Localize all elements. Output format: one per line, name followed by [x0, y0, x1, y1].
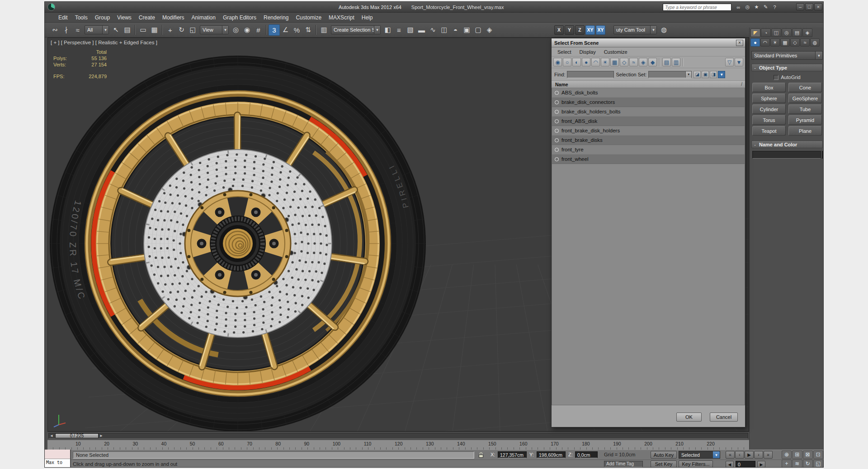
- select-by-name-icon[interactable]: ▤: [122, 24, 133, 36]
- menu-edit[interactable]: Edit: [55, 14, 71, 22]
- menu-customize[interactable]: Customize: [292, 14, 325, 22]
- dialog-close-button[interactable]: ×: [736, 40, 743, 46]
- add-time-tag-field[interactable]: Add Time Tag: [604, 461, 643, 467]
- menu-maxscript[interactable]: MAXScript: [325, 14, 358, 22]
- maximize-button[interactable]: □: [805, 3, 813, 10]
- spinner-snap-icon[interactable]: ⇅: [302, 24, 314, 36]
- display-tab[interactable]: ▤: [792, 28, 802, 37]
- title-bar[interactable]: Autodesk 3ds Max 2012 x64 Sport_Motorcyc…: [45, 2, 824, 13]
- menu-animation[interactable]: Animation: [188, 14, 219, 22]
- motion-tab[interactable]: ◎: [782, 28, 792, 37]
- render-production-icon[interactable]: ◈: [484, 24, 495, 36]
- display-shapes-icon[interactable]: ◠: [591, 58, 600, 66]
- object-type-tube-button[interactable]: Tube: [788, 104, 822, 114]
- maximize-viewport-icon[interactable]: ◱: [813, 460, 823, 468]
- scene-row[interactable]: brake_disk_holders_bolts: [552, 107, 745, 117]
- zoom-extents-icon[interactable]: ⊠: [803, 450, 813, 459]
- object-type-cylinder-button[interactable]: Cylinder: [752, 104, 786, 114]
- cam-globe-icon[interactable]: ◍: [658, 24, 670, 36]
- display-space-warps-icon[interactable]: ≈: [629, 58, 638, 66]
- selection-set-input[interactable]: [649, 71, 685, 78]
- restrict-x-button[interactable]: X: [554, 25, 564, 35]
- communication-center-icon[interactable]: ◎: [744, 3, 751, 11]
- cameras-subtab[interactable]: ▦: [780, 38, 790, 47]
- menu-tools[interactable]: Tools: [71, 14, 91, 22]
- scene-list[interactable]: ABS_disk_boltsbrake_disk_connectorsbrake…: [552, 88, 745, 405]
- helpers-subtab[interactable]: ◇: [790, 38, 800, 47]
- selection-set-save-icon[interactable]: ◪: [693, 71, 701, 78]
- selection-filter-dropdown-arrow-icon[interactable]: ▾: [102, 26, 108, 34]
- graphite-ribbon-icon[interactable]: ▬: [416, 24, 427, 36]
- time-slider-track[interactable]: ◄ 0 / 225 ►: [48, 433, 748, 439]
- pan-icon[interactable]: +: [782, 460, 792, 468]
- coord-z-field[interactable]: 0,0cm: [575, 451, 598, 458]
- auto-key-button[interactable]: Auto Key: [651, 451, 677, 459]
- object-type-cone-button[interactable]: Cone: [788, 83, 822, 92]
- lights-subtab[interactable]: ☀: [770, 38, 780, 47]
- rollout-collapse-icon[interactable]: -: [752, 142, 758, 147]
- selection-lock-toggle[interactable]: [478, 452, 484, 458]
- sort-filter-icon[interactable]: ▽: [725, 58, 734, 66]
- select-and-rotate-icon[interactable]: ↻: [176, 24, 187, 36]
- edit-favorites-icon[interactable]: ✎: [762, 3, 769, 11]
- beauty-cam-tool-dropdown-arrow-icon[interactable]: ▾: [650, 26, 656, 34]
- menu-create[interactable]: Create: [135, 14, 159, 22]
- hierarchy-tab[interactable]: ◫: [771, 28, 781, 37]
- menu-views[interactable]: Views: [113, 14, 135, 22]
- maxscript-mini-listener[interactable]: Max to: [45, 450, 71, 468]
- detail-view-icon[interactable]: ▥: [672, 58, 680, 66]
- primitive-category-arrow-icon[interactable]: ▾: [815, 52, 822, 59]
- scene-row[interactable]: front_wheel: [552, 155, 745, 164]
- selection-set-subtract-icon[interactable]: ◨: [710, 71, 717, 78]
- time-slider-prev-icon[interactable]: ◄: [49, 434, 54, 438]
- scene-row[interactable]: ABS_disk_bolts: [552, 88, 745, 98]
- next-key-button[interactable]: ►: [757, 461, 765, 468]
- next-frame-button[interactable]: ›: [754, 451, 763, 459]
- rectangular-selection-region-icon[interactable]: ▭: [137, 24, 149, 36]
- display-all-icon[interactable]: ◉: [553, 58, 562, 66]
- shapes-subtab[interactable]: ◠: [760, 38, 770, 47]
- display-none-icon[interactable]: ○: [563, 58, 571, 66]
- list-column-header[interactable]: Name /: [552, 81, 745, 88]
- select-object-icon[interactable]: ↖: [110, 24, 122, 36]
- menu-group[interactable]: Group: [91, 14, 113, 22]
- coord-x-field[interactable]: 127,357cm: [498, 451, 527, 458]
- favorites-star-icon[interactable]: ★: [753, 3, 760, 11]
- minimize-button[interactable]: –: [796, 3, 804, 10]
- set-key-button[interactable]: Set Key: [651, 460, 677, 468]
- dialog-menu-display[interactable]: Display: [576, 49, 600, 55]
- display-invert-icon[interactable]: ◐: [572, 58, 581, 66]
- dialog-menu-customize[interactable]: Customize: [600, 49, 632, 55]
- modify-tab[interactable]: ◔: [761, 28, 771, 37]
- create-tab[interactable]: ◤: [750, 28, 760, 37]
- walk-through-icon[interactable]: ≋: [792, 460, 802, 468]
- edit-named-selections-icon[interactable]: ▥: [318, 24, 330, 36]
- track-bar[interactable]: 1020304050607080901001101201301401501601…: [47, 440, 749, 450]
- help-icon[interactable]: ?: [771, 3, 778, 11]
- object-type-plane-button[interactable]: Plane: [788, 126, 822, 136]
- scene-row[interactable]: brake_disk_connectors: [552, 98, 745, 107]
- autogrid-checkbox[interactable]: [774, 75, 778, 80]
- bind-to-space-warp-icon[interactable]: ≈: [72, 24, 83, 36]
- time-slider-handle[interactable]: 0 / 225: [55, 433, 99, 438]
- select-and-scale-icon[interactable]: ◱: [187, 24, 198, 36]
- time-slider-next-icon[interactable]: ►: [99, 434, 104, 438]
- list-view-icon[interactable]: ▤: [662, 58, 671, 66]
- menu-graph-editors[interactable]: Graph Editors: [219, 14, 260, 22]
- space-warps-subtab[interactable]: ≈: [800, 38, 810, 47]
- object-name-input[interactable]: [752, 151, 821, 159]
- display-cameras-icon[interactable]: ▦: [610, 58, 619, 66]
- restrict-xy-button[interactable]: XY: [585, 25, 595, 35]
- go-to-start-button[interactable]: «: [726, 451, 735, 459]
- render-setup-icon[interactable]: ▣: [461, 24, 472, 36]
- zoom-region-icon[interactable]: ⊡: [813, 450, 823, 459]
- name-and-color-rollout[interactable]: - Name and Color: [751, 141, 823, 148]
- display-helpers-icon[interactable]: ◇: [620, 58, 628, 66]
- cancel-button[interactable]: Cancel: [710, 413, 738, 422]
- window-crossing-icon[interactable]: ▦: [149, 24, 160, 36]
- percent-snap-icon[interactable]: %: [291, 24, 302, 36]
- infocenter-search-icon[interactable]: ∞: [735, 3, 742, 11]
- named-selection-dropdown[interactable]: Create Selection Se▾: [331, 25, 381, 34]
- snaps-toggle-icon[interactable]: 3: [269, 24, 280, 36]
- display-xrefs-icon[interactable]: ◆: [648, 58, 657, 66]
